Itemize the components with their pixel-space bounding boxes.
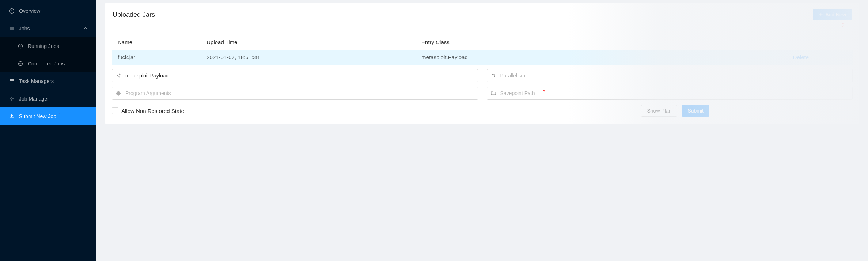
- check-circle-icon: [18, 61, 23, 67]
- sidebar: Overview Jobs Running Jobs Completed Job…: [0, 0, 96, 261]
- form-bottom-row: Allow Non Restored State Show Plan Submi…: [112, 105, 853, 117]
- cell-upload-time: 2021-01-07, 18:51:38: [201, 50, 416, 65]
- add-new-button[interactable]: Add New: [813, 9, 852, 20]
- delete-link[interactable]: Delete: [793, 54, 809, 60]
- show-plan-button[interactable]: Show Plan: [641, 105, 677, 117]
- card-title: Uploaded Jars: [113, 11, 155, 19]
- col-upload-time: Upload Time: [201, 35, 416, 50]
- add-new-label: Add New: [825, 12, 846, 18]
- sidebar-item-overview[interactable]: Overview: [0, 2, 96, 20]
- jars-table: Name Upload Time Entry Class fuck.jar 20…: [112, 35, 853, 65]
- sidebar-item-jobs[interactable]: Jobs: [0, 20, 96, 37]
- folder-icon: [490, 90, 496, 96]
- chevron-up-icon: [83, 26, 88, 31]
- col-name: Name: [112, 35, 201, 50]
- sidebar-label: Completed Jobs: [28, 61, 65, 67]
- annotation-1: 1: [58, 113, 61, 118]
- sidebar-label: Overview: [19, 8, 40, 14]
- allow-non-restored-label: Allow Non Restored State: [121, 108, 184, 114]
- form-row-2: 3: [112, 87, 853, 100]
- card-header: Uploaded Jars Add New 2: [105, 3, 859, 28]
- uploaded-jars-card: Uploaded Jars Add New 2 Name Upload Time…: [105, 3, 859, 124]
- annotation-2: 2: [842, 23, 845, 29]
- sidebar-item-job-manager[interactable]: Job Manager: [0, 90, 96, 107]
- schedule-icon: [9, 78, 15, 84]
- sidebar-item-running-jobs[interactable]: Running Jobs: [0, 37, 96, 55]
- action-buttons: Show Plan Submit: [641, 105, 709, 117]
- submit-button[interactable]: Submit: [682, 105, 709, 117]
- card-body: Name Upload Time Entry Class fuck.jar 20…: [105, 28, 859, 124]
- setting-icon: [115, 90, 121, 96]
- list-icon: [9, 26, 15, 31]
- submenu-jobs: Running Jobs Completed Jobs: [0, 37, 96, 72]
- upload-icon: [9, 113, 15, 119]
- undo-icon: [490, 73, 496, 79]
- share-alt-icon: [115, 73, 121, 79]
- savepoint-path-input[interactable]: [487, 87, 853, 100]
- plus-icon: [819, 12, 823, 17]
- cell-entry-class: metasploit.Payload: [416, 50, 712, 65]
- cell-name: fuck.jar: [112, 50, 201, 65]
- sidebar-label: Submit New Job: [19, 113, 56, 119]
- table-header-row: Name Upload Time Entry Class: [112, 35, 853, 50]
- sidebar-item-submit-new-job[interactable]: Submit New Job 1: [0, 107, 96, 125]
- sidebar-label: Job Manager: [19, 96, 49, 102]
- sidebar-item-completed-jobs[interactable]: Completed Jobs: [0, 55, 96, 72]
- col-entry-class: Entry Class: [416, 35, 712, 50]
- allow-non-restored-checkbox[interactable]: [112, 107, 118, 114]
- main-content: Uploaded Jars Add New 2 Name Upload Time…: [96, 0, 868, 261]
- build-icon: [9, 96, 15, 102]
- program-arguments-input[interactable]: [112, 87, 478, 100]
- col-action: [712, 35, 853, 50]
- sidebar-label: Running Jobs: [28, 43, 59, 49]
- table-row[interactable]: fuck.jar 2021-01-07, 18:51:38 metasploit…: [112, 50, 853, 65]
- dashboard-icon: [9, 8, 15, 14]
- parallelism-input[interactable]: [487, 69, 853, 82]
- entry-class-input[interactable]: [112, 69, 478, 82]
- sidebar-item-task-managers[interactable]: Task Managers: [0, 72, 96, 90]
- play-circle-icon: [18, 43, 23, 49]
- sidebar-label: Jobs: [19, 26, 30, 31]
- form-row-1: [112, 69, 853, 82]
- sidebar-label: Task Managers: [19, 78, 54, 84]
